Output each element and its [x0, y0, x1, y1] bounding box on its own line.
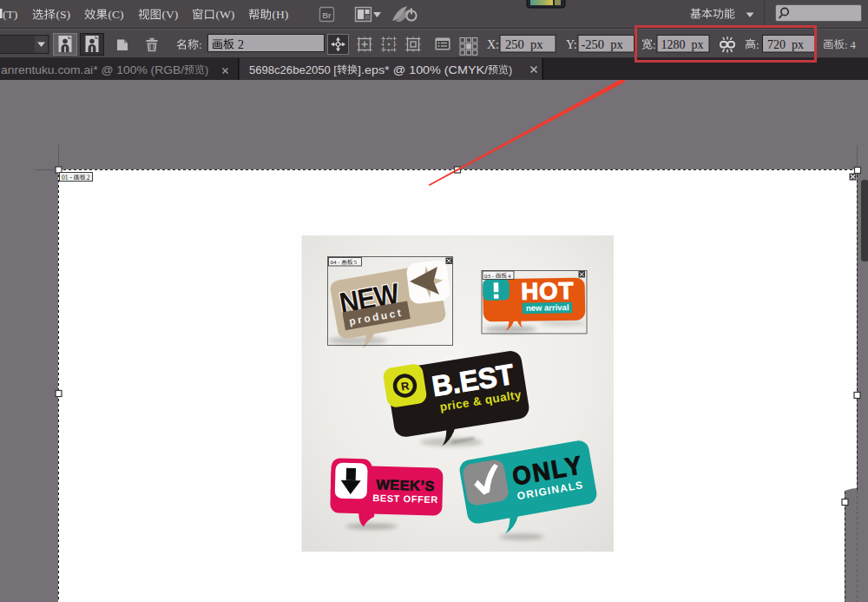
svg-text:BEST OFFER: BEST OFFER	[372, 493, 438, 505]
svg-text:anrentuku.com.ai* @ 100% (RGB/: anrentuku.com.ai* @ 100% (RGB/	[1, 64, 185, 76]
svg-text:): )	[205, 64, 208, 76]
svg-text:(S): (S)	[56, 8, 71, 21]
svg-text:2: 2	[238, 38, 244, 51]
svg-text:: 4: : 4	[845, 39, 857, 51]
svg-text:WEEK’S: WEEK’S	[376, 476, 435, 493]
svg-text:01 -: 01 -	[62, 174, 74, 182]
svg-text:2: 2	[87, 174, 90, 182]
svg-text:new arrival: new arrival	[526, 302, 569, 313]
svg-text:].eps* @ 100% (CMYK/: ].eps* @ 100% (CMYK/	[358, 64, 489, 76]
svg-text:X:: X:	[487, 38, 499, 51]
svg-text:04 -: 04 -	[331, 259, 342, 266]
svg-text:(W): (W)	[216, 8, 235, 21]
svg-text:(H): (H)	[273, 8, 289, 21]
svg-text:): )	[509, 64, 512, 76]
svg-text:4: 4	[508, 273, 511, 280]
svg-text:HOT: HOT	[521, 277, 575, 305]
svg-text:(V): (V)	[162, 8, 179, 21]
svg-text:(T): (T)	[3, 8, 17, 21]
svg-text::: :	[199, 38, 202, 51]
svg-text:5: 5	[354, 259, 358, 266]
svg-text:5698c26be2050 [: 5698c26be2050 [	[249, 64, 338, 76]
svg-text:03 -: 03 -	[484, 273, 496, 280]
svg-text:(C): (C)	[108, 8, 124, 21]
svg-text:Br: Br	[322, 10, 332, 20]
svg-text:-250 px: -250 px	[582, 37, 624, 51]
svg-text:250 px: 250 px	[505, 37, 543, 51]
svg-text:Y:: Y:	[566, 38, 577, 51]
